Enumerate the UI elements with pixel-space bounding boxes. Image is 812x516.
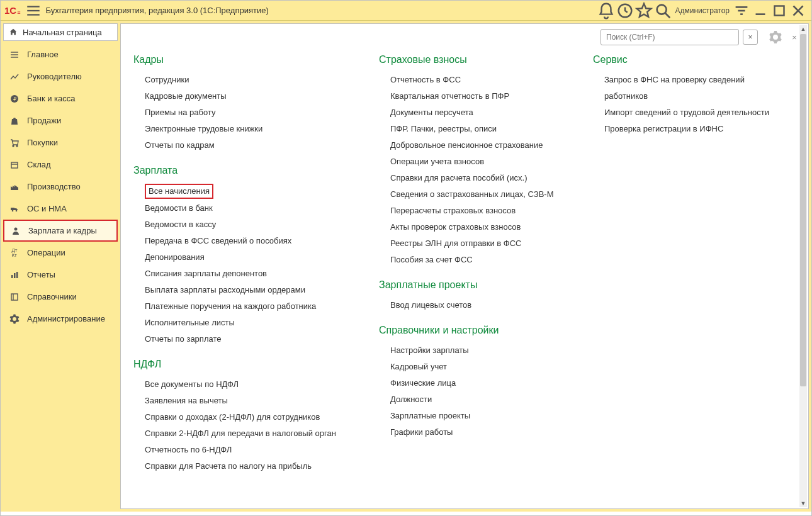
app-logo: 1C≡ [4, 5, 20, 16]
history-icon[interactable] [616, 3, 634, 19]
link-item[interactable]: Справки 2-НДФЛ для передачи в налоговый … [145, 425, 360, 442]
sidebar-item-0[interactable]: Главное [3, 43, 118, 65]
link-item[interactable]: Ведомости в банк [145, 200, 360, 216]
link-item[interactable]: Передача в ФСС сведений о пособиях [145, 233, 360, 249]
section-heading[interactable]: Справочники и настройки [379, 325, 574, 336]
link-item[interactable]: Исполнительные листы [145, 315, 360, 331]
link-item[interactable]: Пособия за счет ФСС [390, 252, 574, 268]
sidebar-item-label: Покупки [27, 138, 58, 147]
start-page-tab[interactable]: Начальная страница [3, 23, 118, 41]
settings-gear-icon[interactable] [768, 30, 783, 45]
section-heading[interactable]: Кадры [133, 54, 360, 65]
link-item[interactable]: Перерасчеты страховых взносов [390, 203, 574, 219]
link-item[interactable]: Приемы на работу [145, 104, 360, 121]
link-item[interactable]: Депонирования [145, 249, 360, 266]
close-icon[interactable] [789, 3, 808, 19]
minimize-icon[interactable] [751, 3, 770, 19]
bell-icon[interactable] [597, 3, 616, 19]
search-clear-button[interactable]: × [743, 30, 758, 45]
link-list: Отчетность в ФССКвартальная отчетность в… [379, 72, 574, 268]
link-item[interactable]: Все документы по НДФЛ [145, 376, 360, 393]
sidebar-item-label: Зарплата и кадры [28, 226, 97, 235]
sidebar-item-label: ОС и НМА [27, 204, 67, 213]
username-label[interactable]: Администратор [672, 6, 732, 15]
link-item[interactable]: Графики работы [390, 424, 574, 440]
scrollbar[interactable]: ▲ ▼ [799, 25, 807, 507]
sidebar-item-11[interactable]: Справочники [3, 286, 118, 308]
link-item[interactable]: Отчеты по зарплате [145, 331, 360, 347]
link-item[interactable]: Документы персучета [390, 104, 574, 121]
search-icon[interactable] [653, 3, 672, 19]
sidebar-item-5[interactable]: Склад [3, 154, 118, 176]
sidebar-item-1[interactable]: Руководителю [3, 65, 118, 87]
section-heading[interactable]: Зарплата [133, 165, 360, 176]
link-item[interactable]: Сведения о застрахованных лицах, СЗВ-М [390, 186, 574, 203]
link-item[interactable]: Добровольное пенсионное страхование [390, 137, 574, 154]
window-menu-icon[interactable] [732, 3, 751, 19]
sidebar-item-3[interactable]: Продажи [3, 109, 118, 132]
link-item[interactable]: Все начисления [145, 184, 213, 199]
scroll-down-icon[interactable]: ▼ [799, 500, 807, 507]
link-list: Настройки зарплатыКадровый учетФизически… [379, 342, 574, 440]
content-panel: × × КадрыСотрудникиКадровые документыПри… [120, 23, 809, 509]
box-icon [9, 160, 20, 170]
link-item[interactable]: Кадровый учет [390, 359, 574, 375]
svg-rect-27 [16, 272, 18, 278]
hamburger-icon[interactable] [25, 3, 42, 19]
sidebar-item-2[interactable]: ₽Банк и касса [3, 87, 118, 109]
link-item[interactable]: Справки о доходах (2-НДФЛ) для сотрудник… [145, 409, 360, 425]
scroll-thumb[interactable] [800, 34, 806, 386]
panel-close-icon[interactable]: × [787, 30, 802, 45]
link-item[interactable]: Квартальная отчетность в ПФР [390, 88, 574, 104]
section-heading[interactable]: Страховые взносы [379, 54, 574, 65]
link-item[interactable]: Списания зарплаты депонентов [145, 266, 360, 282]
maximize-icon[interactable] [770, 3, 789, 19]
section-heading[interactable]: Зарплатные проекты [379, 279, 574, 291]
section-heading[interactable]: Сервис [593, 54, 788, 65]
link-item[interactable]: Импорт сведений о трудовой деятельности [604, 104, 788, 121]
sidebar-item-7[interactable]: ОС и НМА [3, 198, 118, 220]
section-heading[interactable]: НДФЛ [133, 359, 360, 370]
link-item[interactable]: Выплата зарплаты расходными ордерами [145, 282, 360, 298]
search-input[interactable] [601, 33, 738, 42]
link-item[interactable]: Проверка регистрации в ИФНС [604, 121, 788, 137]
search-box[interactable] [601, 29, 739, 45]
factory-icon [9, 182, 20, 192]
svg-point-23 [16, 210, 18, 211]
sidebar: Начальная страница ГлавноеРуководителю₽Б… [3, 23, 118, 509]
link-item[interactable]: ПФР. Пачки, реестры, описи [390, 121, 574, 137]
link-item[interactable]: Отчетность по 6-НДФЛ [145, 442, 360, 458]
link-item[interactable]: Отчеты по кадрам [145, 137, 360, 154]
link-item[interactable]: Акты проверок страховых взносов [390, 219, 574, 235]
link-item[interactable]: Справки для расчета пособий (исх.) [390, 170, 574, 186]
sidebar-item-4[interactable]: Покупки [3, 132, 118, 154]
sidebar-item-label: Справочники [27, 292, 77, 301]
link-item[interactable]: Сотрудники [145, 72, 360, 88]
svg-point-18 [13, 145, 14, 147]
star-icon[interactable] [634, 3, 653, 19]
chart-icon [9, 270, 20, 280]
link-item[interactable]: Платежные поручения на каждого работника [145, 298, 360, 315]
link-item[interactable]: Зарплатные проекты [390, 408, 574, 424]
sidebar-item-6[interactable]: Производство [3, 176, 118, 198]
sidebar-item-8[interactable]: Зарплата и кадры [3, 220, 118, 242]
sidebar-item-12[interactable]: Администрирование [3, 308, 118, 330]
sidebar-item-label: Операции [27, 248, 65, 257]
svg-point-19 [16, 145, 18, 147]
sidebar-item-10[interactable]: Отчеты [3, 264, 118, 286]
link-item[interactable]: Физические лица [390, 375, 574, 391]
link-item[interactable]: Ведомости в кассу [145, 216, 360, 233]
link-item[interactable]: Реестры ЭЛН для отправки в ФСС [390, 235, 574, 252]
link-item[interactable]: Запрос в ФНС на проверку сведений работн… [604, 72, 788, 104]
link-item[interactable]: Должности [390, 391, 574, 408]
link-item[interactable]: Кадровые документы [145, 88, 360, 104]
link-item[interactable]: Настройки зарплаты [390, 342, 574, 359]
link-item[interactable]: Ввод лицевых счетов [390, 297, 574, 313]
link-item[interactable]: Операции учета взносов [390, 154, 574, 170]
sidebar-item-9[interactable]: ДтКтОперации [3, 242, 118, 264]
link-item[interactable]: Отчетность в ФСС [390, 72, 574, 88]
link-item[interactable]: Справки для Расчета по налогу на прибыль [145, 458, 360, 474]
link-item[interactable]: Заявления на вычеты [145, 393, 360, 409]
link-item[interactable]: Электронные трудовые книжки [145, 121, 360, 137]
svg-line-5 [665, 13, 670, 18]
